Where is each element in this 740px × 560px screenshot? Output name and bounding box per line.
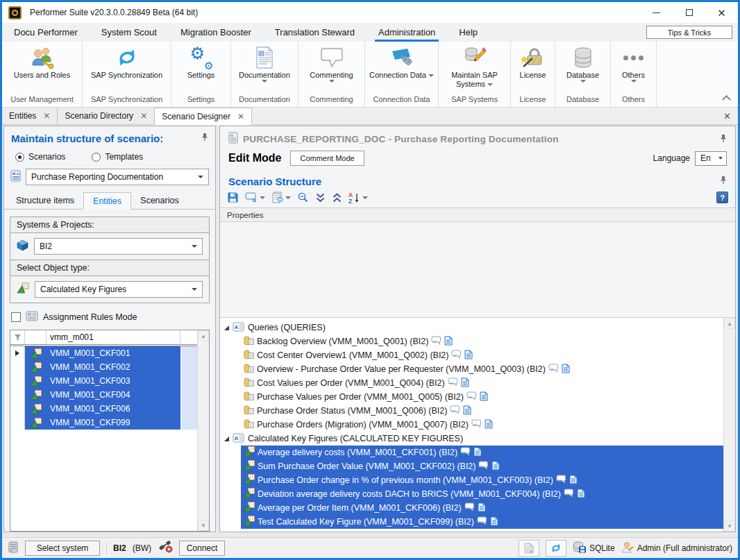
scroll-down-icon[interactable]: ▼ xyxy=(198,520,209,531)
database-status[interactable]: SQLite xyxy=(573,541,615,555)
tree-item-query[interactable]: Cost Values per Order (VMM_M001_Q004) (B… xyxy=(241,376,472,390)
connection-data-button[interactable]: Connection Data xyxy=(365,45,438,94)
report-button[interactable] xyxy=(519,540,539,557)
filter-input[interactable]: vmm_m001 xyxy=(47,330,180,344)
documentation-file-icon[interactable] xyxy=(485,419,493,431)
documentation-file-icon[interactable] xyxy=(480,391,488,403)
table-row[interactable]: VMM_M001_CKF006 xyxy=(10,402,197,416)
minimize-button[interactable] xyxy=(640,2,673,23)
documentation-file-icon[interactable] xyxy=(491,461,500,473)
tree-item-query[interactable]: Purchase Order Status (VMM_M001_Q006) (B… xyxy=(241,404,474,418)
system-combobox[interactable]: BI2 xyxy=(34,238,203,255)
tab-help[interactable]: Help xyxy=(447,23,489,42)
collapse-ribbon-icon[interactable] xyxy=(723,94,730,101)
comment-bubble-icon[interactable] xyxy=(451,350,462,361)
radio-templates[interactable]: Templates xyxy=(92,152,143,162)
maximize-button[interactable] xyxy=(673,2,705,23)
table-row[interactable]: VMM_M001_CKF001 xyxy=(10,346,197,360)
workspace-tab-scenario-designer[interactable]: Scenario Designer✕ xyxy=(155,108,252,125)
documentation-button[interactable]: Documentation xyxy=(231,45,298,94)
tree-item-calculated-key-figure[interactable]: Deviation average delivery costs DACH to… xyxy=(241,487,723,501)
grid-scrollbar[interactable]: ▲▼ xyxy=(197,330,209,531)
filter-funnel-icon[interactable] xyxy=(10,330,25,344)
comment-bubble-icon[interactable] xyxy=(478,461,489,472)
tree-item-query[interactable]: Overview - Purchase Order Value per Requ… xyxy=(241,362,573,376)
document-tool-button[interactable] xyxy=(271,192,291,203)
workspace-tab-scenario-directory[interactable]: Scenario Directory✕ xyxy=(58,108,155,124)
license-button[interactable]: License xyxy=(511,45,555,94)
object-type-combobox[interactable]: Calculated Key Figures xyxy=(35,281,203,298)
select-system-button[interactable]: Select system xyxy=(25,541,100,556)
documentation-file-icon[interactable] xyxy=(577,489,585,500)
assignment-rules-checkbox[interactable] xyxy=(11,312,21,322)
tab-system-scout[interactable]: System Scout xyxy=(90,23,169,42)
close-tab-icon[interactable]: ✕ xyxy=(140,111,147,121)
commenting-button[interactable]: Commenting xyxy=(298,45,364,94)
tab-entities[interactable]: Entities xyxy=(83,192,131,210)
language-select[interactable]: En xyxy=(695,151,727,166)
others-button[interactable]: Others xyxy=(611,45,656,94)
radio-scenarios[interactable]: Scenarios xyxy=(15,152,65,162)
comment-bubble-icon[interactable] xyxy=(564,489,574,500)
tab-docu-performer[interactable]: Docu Performer xyxy=(2,23,90,42)
comment-bubble-icon[interactable] xyxy=(477,516,487,527)
comment-bubble-icon[interactable] xyxy=(464,502,475,514)
pin-icon[interactable] xyxy=(720,175,727,187)
tree-item-calculated-key-figure[interactable]: Average per Order Item (VMM_M001_CKF006)… xyxy=(241,501,723,515)
comment-bubble-icon[interactable] xyxy=(556,475,566,486)
tab-migration-booster[interactable]: Migration Booster xyxy=(169,23,263,42)
tree-item-query[interactable]: Purchase Values per Order (VMM_M001_Q005… xyxy=(241,390,491,404)
tree-item-query[interactable]: Cost Center Overview1 (VMM_M001_Q002) (B… xyxy=(241,348,476,362)
tree-item-calculated-key-figure[interactable]: Test Calculated Key Figure (VMM_M001_CKF… xyxy=(241,515,723,529)
sap-synchronization-button[interactable]: SAP Synchronization xyxy=(83,45,171,94)
close-tab-icon[interactable]: ✕ xyxy=(43,111,50,121)
table-row[interactable]: VMM_M001_CKF099 xyxy=(10,416,197,430)
tree-item-query[interactable]: Purchase Orders (Migration) (VMM_M001_Q0… xyxy=(241,418,496,432)
maintain-sap-systems-button[interactable]: Maintain SAP Systems xyxy=(439,45,510,94)
connect-button[interactable]: Connect xyxy=(179,541,225,556)
tab-administration[interactable]: Administration xyxy=(367,23,447,42)
tree-group-calculated-key-figures[interactable]: A Calculated Key Figures (CALCULATED KEY… xyxy=(224,432,723,446)
documentation-file-icon[interactable] xyxy=(569,475,578,486)
tab-structure-items[interactable]: Structure items xyxy=(7,192,83,209)
tree-group-queries[interactable]: A Queries (QUERIES) xyxy=(224,321,723,334)
documentation-file-icon[interactable] xyxy=(444,336,453,348)
tree-item-query[interactable]: Backlog Overview (VMM_M001_Q001) (BI2) xyxy=(241,334,455,348)
refresh-button[interactable] xyxy=(546,540,566,557)
documentation-file-icon[interactable] xyxy=(461,377,469,389)
scenario-combobox[interactable]: Purchase Reporting Documentation xyxy=(26,169,209,185)
documentation-file-icon[interactable] xyxy=(473,447,482,459)
tree-item-calculated-key-figure[interactable]: Average delivery costs (VMM_M001_CKF001)… xyxy=(241,446,723,459)
expander-icon[interactable] xyxy=(224,325,229,330)
database-button[interactable]: Database xyxy=(555,45,610,94)
comment-bubble-icon[interactable] xyxy=(460,447,471,458)
properties-section-header[interactable]: Properties xyxy=(220,207,735,222)
documentation-file-icon[interactable] xyxy=(478,502,486,514)
save-button[interactable] xyxy=(227,192,239,203)
scroll-up-icon[interactable]: ▲ xyxy=(198,330,209,341)
comment-tool-button[interactable] xyxy=(245,192,265,203)
table-row[interactable]: VMM_M001_CKF004 xyxy=(10,388,197,402)
tab-scenarios[interactable]: Scenarios xyxy=(131,192,188,209)
tree-scrollbar[interactable]: ▲▼ xyxy=(723,318,735,532)
documentation-file-icon[interactable] xyxy=(562,364,570,375)
tab-translation-steward[interactable]: Translation Steward xyxy=(263,23,367,42)
tree-item-calculated-key-figure[interactable]: Sum Purchase Order Value (VMM_M001_CKF00… xyxy=(241,459,723,473)
collapse-all-button[interactable] xyxy=(332,192,342,203)
pin-icon[interactable] xyxy=(201,132,208,144)
expand-all-button[interactable] xyxy=(315,192,326,203)
comment-bubble-icon[interactable] xyxy=(448,377,458,389)
comment-bubble-icon[interactable] xyxy=(471,419,482,430)
expander-icon[interactable] xyxy=(224,436,229,441)
close-tab-icon[interactable]: ✕ xyxy=(237,112,244,121)
close-button[interactable]: ✕ xyxy=(705,2,738,23)
comment-bubble-icon[interactable] xyxy=(450,405,460,416)
help-icon[interactable]: ? xyxy=(716,192,728,203)
user-status[interactable]: Admin (Full administrator) xyxy=(621,541,732,555)
tree-item-calculated-key-figure[interactable]: Purchase Order change in % of previous m… xyxy=(241,473,723,487)
documentation-file-icon[interactable] xyxy=(464,350,473,362)
comment-bubble-icon[interactable] xyxy=(548,364,559,375)
pin-icon[interactable] xyxy=(720,133,727,146)
scroll-down-icon[interactable]: ▼ xyxy=(724,520,735,532)
scroll-up-icon[interactable]: ▲ xyxy=(724,318,735,329)
